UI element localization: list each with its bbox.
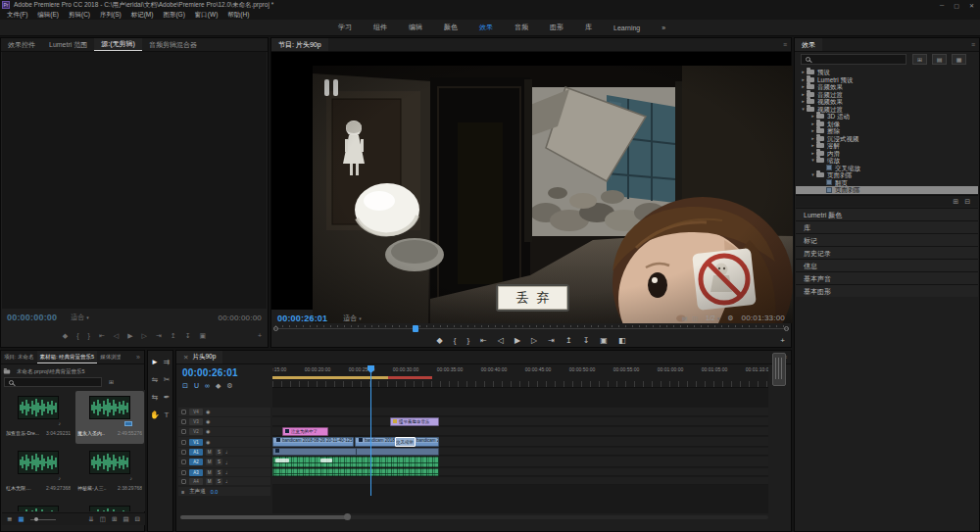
effects-bin-dissolve[interactable]: 溶解	[796, 142, 978, 150]
tab-source-monitor[interactable]: 源:(无剪辑)	[94, 38, 142, 51]
master-level[interactable]: 0.0	[211, 489, 219, 495]
eye-icon[interactable]: ◉	[206, 429, 210, 434]
panel-menu-icon[interactable]: ≡	[779, 38, 791, 51]
solo-button[interactable]: S	[216, 469, 222, 476]
eye-icon[interactable]: ◉	[206, 440, 210, 445]
video-clip-v1a[interactable]: bandicam 2018-08-26 20-11-40-125.mp4 [V]	[272, 437, 354, 447]
tab-media-browser[interactable]: 媒体浏览器	[97, 351, 121, 363]
workspace-effects-active[interactable]: 效果	[479, 23, 493, 32]
bin-breadcrumb[interactable]: 未命名.prproj\经典背景音乐5	[3, 366, 144, 376]
mic-icon[interactable]: ♩	[225, 459, 231, 465]
timeline-settings-icon[interactable]: ⚙	[226, 382, 232, 390]
accelerated-effects-filter-icon[interactable]: ⊞	[912, 54, 927, 65]
32bit-effects-filter-icon[interactable]: ▤	[932, 54, 947, 65]
program-zoom-select[interactable]: 适合	[343, 314, 362, 323]
mark-in-icon[interactable]: {	[76, 332, 78, 339]
menu-edit[interactable]: 编辑(E)	[33, 11, 63, 20]
effects-bin-audio-transitions[interactable]: 音频过渡	[796, 91, 978, 99]
solo-button[interactable]: S	[216, 478, 222, 485]
effects-bin-lumetri-presets[interactable]: Lumetri 预设	[796, 76, 978, 84]
find-icon[interactable]: ◫	[100, 515, 106, 523]
pen-tool[interactable]: ✒	[161, 390, 172, 404]
tab-essential-graphics[interactable]: 基本图形	[796, 284, 978, 297]
effects-bin-3d-motion[interactable]: 3D 运动	[796, 113, 978, 121]
tab-sequence[interactable]: ✕ 片头90p	[176, 351, 222, 363]
menu-clip[interactable]: 剪辑(C)	[65, 11, 94, 20]
timeline-current-timecode[interactable]: 00:00:26:01	[182, 367, 238, 378]
effects-bin-video-transitions[interactable]: 视频过渡	[796, 106, 978, 114]
effects-bin-video-effects[interactable]: 视频效果	[796, 98, 978, 106]
add-marker-icon[interactable]: ◆	[216, 382, 220, 390]
step-back-icon[interactable]: ◁	[114, 332, 119, 339]
menu-sequence[interactable]: 序列(S)	[96, 11, 125, 20]
razor-tool[interactable]: ✂	[161, 372, 172, 386]
solo-button[interactable]: S	[216, 449, 222, 456]
mic-icon[interactable]: ♩	[225, 478, 231, 484]
effects-bin-audio-effects[interactable]: 音频效果	[796, 83, 978, 91]
step-back-icon[interactable]: ◁	[498, 337, 504, 345]
program-current-timecode[interactable]: 00:00:26:01	[277, 314, 327, 323]
scrollbar-handle-cap[interactable]	[344, 513, 351, 520]
menu-window[interactable]: 窗口(W)	[191, 11, 221, 20]
lock-icon[interactable]	[181, 429, 186, 434]
track-header-v2[interactable]: V2◉	[178, 427, 270, 436]
settings-wrench-icon[interactable]: ⚙	[727, 314, 733, 322]
track-select-forward-tool[interactable]: ⇉	[161, 355, 172, 368]
tab-audio-clip-mixer[interactable]: 音频剪辑混合器	[142, 38, 204, 51]
type-tool[interactable]: T	[161, 408, 172, 421]
mute-button[interactable]: M	[206, 459, 213, 465]
delete-custom-item-icon[interactable]: ⊟	[964, 198, 970, 206]
tab-markers[interactable]: 标记	[796, 233, 978, 246]
transition-cross-zoom[interactable]: 交叉缩放	[395, 437, 416, 447]
clip-item[interactable]: ♪ 红木无限....2:49:27368	[4, 446, 73, 499]
effects-bin-presets[interactable]: 预设	[796, 69, 978, 76]
workspace-graphics[interactable]: 图形	[550, 23, 564, 32]
workspace-learning[interactable]: 学习	[338, 23, 352, 32]
button-editor-icon[interactable]: +	[780, 337, 785, 345]
effects-bin-iris[interactable]: 划像	[796, 121, 978, 128]
maximize-button[interactable]: ▢	[954, 2, 959, 9]
tab-program-monitor[interactable]: 节目: 片头90p	[271, 38, 328, 51]
clip-item[interactable]: ♪ 加查音乐-Dre...3:04:29231	[4, 391, 73, 444]
source-current-timecode[interactable]: 00:00:00:00	[7, 313, 57, 322]
eye-icon[interactable]: ◉	[206, 410, 210, 414]
menu-marker[interactable]: 标记(M)	[127, 11, 158, 20]
mute-button[interactable]: M	[206, 469, 213, 476]
selection-tool[interactable]: ►	[149, 355, 161, 368]
timeline-vertical-scrollbar[interactable]	[772, 353, 786, 386]
hand-tool[interactable]: ✋	[149, 408, 161, 421]
step-forward-icon[interactable]: ▷	[142, 332, 147, 339]
track-header-a1[interactable]: A1MS♩	[178, 448, 270, 456]
close-sequence-icon[interactable]: ✕	[183, 354, 188, 362]
mute-button[interactable]: M	[206, 478, 213, 485]
mark-out-icon[interactable]: }	[466, 337, 469, 345]
comparison-view-icon[interactable]: ◧	[618, 337, 626, 345]
solo-button[interactable]: S	[216, 459, 222, 465]
settings-monitor2-icon[interactable]: ◫	[692, 314, 698, 321]
ripple-edit-tool[interactable]: ⇋	[149, 372, 161, 386]
workspace-editing[interactable]: 编辑	[409, 23, 422, 32]
tab-bin[interactable]: 素材箱: 经典背景音乐5	[37, 351, 98, 363]
overwrite-icon[interactable]: ↧	[185, 332, 191, 339]
clip-item-selected[interactable]: 魔永入圣内..2:49:55276	[75, 391, 144, 444]
effects-bin-page-peel[interactable]: 页面剥落	[796, 171, 978, 179]
snap-icon[interactable]: U	[194, 382, 199, 390]
go-to-out-icon[interactable]: ⇥	[156, 332, 162, 339]
project-search-input[interactable]	[4, 377, 102, 387]
clip-item[interactable]: ♪ 神秘藏-人三..2:38:29768	[75, 446, 144, 499]
tab-project[interactable]: 项目: 未命名	[1, 351, 37, 363]
track-header-v1[interactable]: V1◉	[178, 437, 270, 447]
audio-clip-a1[interactable]	[272, 448, 439, 456]
add-marker-icon[interactable]: ◆	[63, 332, 68, 339]
track-header-v3[interactable]: V3◉	[178, 417, 270, 426]
track-header-a3[interactable]: A3MS♩	[178, 468, 270, 476]
play-icon[interactable]: ▶	[514, 337, 520, 345]
audio-clip-a3[interactable]	[272, 468, 439, 476]
effect-cross-zoom[interactable]: 交叉缩放	[796, 165, 978, 172]
new-custom-bin-icon[interactable]: ⊞	[953, 198, 958, 206]
lock-icon[interactable]	[181, 440, 186, 445]
mark-out-icon[interactable]: }	[88, 332, 90, 339]
panel-overflow-icon[interactable]: »	[132, 351, 144, 363]
program-scrubber[interactable]	[273, 324, 789, 333]
menu-help[interactable]: 帮助(H)	[223, 11, 253, 20]
